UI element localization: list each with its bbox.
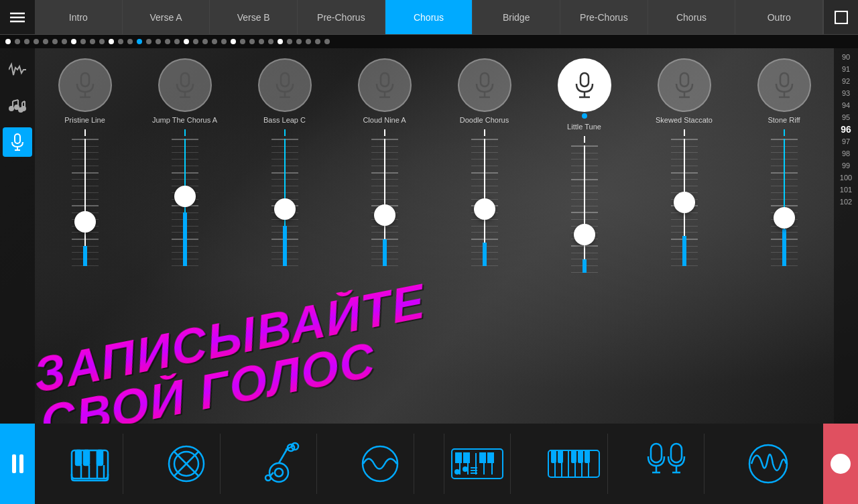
mic-button-4[interactable] [458, 58, 511, 112]
mic-sidebar-icon[interactable] [3, 127, 32, 157]
synth-wave-icon-button[interactable] [347, 434, 414, 494]
dot-6[interactable] [62, 39, 67, 44]
nav-tab-bridge-5[interactable]: Bridge [473, 0, 560, 34]
svg-rect-92 [671, 444, 682, 462]
fader-thumb-4[interactable] [474, 198, 495, 220]
nav-tab-outro-8[interactable]: Outro [735, 0, 823, 34]
svg-point-53 [269, 463, 288, 482]
fader-thumb-2[interactable] [274, 198, 296, 220]
menu-button[interactable] [0, 0, 35, 34]
dot-14[interactable] [137, 39, 142, 44]
dot-3[interactable] [34, 39, 39, 44]
dot-34[interactable] [324, 39, 330, 44]
waveform-icon-button[interactable] [735, 434, 802, 494]
fader-thumb-0[interactable] [74, 211, 96, 233]
mic-button-6[interactable] [658, 58, 711, 112]
dot-33[interactable] [315, 39, 320, 44]
dot-9[interactable] [90, 39, 95, 44]
waveform-sidebar-icon[interactable] [3, 55, 32, 84]
svg-rect-32 [580, 73, 589, 86]
fader-fill-4 [483, 243, 487, 266]
mic-button-0[interactable] [58, 58, 112, 112]
drum-icon-button[interactable] [154, 434, 221, 494]
dot-0[interactable] [5, 39, 11, 44]
nav-tab-verse-b-2[interactable]: Verse B [210, 0, 298, 34]
dot-8[interactable] [80, 39, 86, 44]
dot-24[interactable] [231, 39, 236, 44]
nav-tab-pre-chorus-6[interactable]: Pre-Chorus [560, 0, 648, 34]
dot-23[interactable] [221, 39, 227, 44]
dot-17[interactable] [165, 39, 170, 44]
dot-11[interactable] [109, 39, 114, 44]
svg-point-8 [15, 105, 19, 109]
fader-4[interactable] [434, 139, 534, 424]
mic-duo-icon-button[interactable] [637, 434, 704, 494]
fader-fill-6 [682, 236, 686, 266]
fader-thumb-1[interactable] [174, 186, 196, 207]
nav-tabs: IntroVerse AVerse BPre-ChorusChorusBridg… [35, 0, 823, 34]
pause-button[interactable] [0, 424, 35, 504]
dot-29[interactable] [278, 39, 283, 44]
dot-4[interactable] [43, 39, 48, 44]
fader-thumb-3[interactable] [374, 204, 395, 226]
nav-tab-chorus-4[interactable]: Chorus [385, 0, 473, 34]
dot-12[interactable] [118, 39, 123, 44]
dot-19[interactable] [184, 39, 189, 44]
dot-16[interactable] [156, 39, 161, 44]
channel-label-3: Cloud Nine A [363, 116, 406, 124]
dots-navigation [0, 35, 858, 48]
dot-10[interactable] [99, 39, 105, 44]
fader-7[interactable] [734, 139, 834, 424]
nav-tab-chorus-7[interactable]: Chorus [648, 0, 736, 34]
scale-98: 98 [834, 147, 858, 160]
channel-label-1: Jump The Chorus A [152, 116, 217, 124]
fader-fill-2 [283, 226, 287, 266]
guitar-icon-button[interactable] [250, 434, 317, 494]
fader-separator-4 [484, 129, 485, 136]
expand-button[interactable] [823, 0, 858, 34]
svg-rect-29 [481, 73, 489, 86]
dot-7[interactable] [71, 39, 76, 44]
svg-rect-86 [572, 450, 576, 462]
dot-27[interactable] [259, 39, 264, 44]
mic-button-5[interactable] [558, 58, 611, 112]
mic-button-2[interactable] [258, 58, 312, 112]
dot-26[interactable] [249, 39, 255, 44]
scale-93: 93 [834, 87, 858, 99]
fader-6[interactable] [634, 139, 734, 424]
fader-separator-7 [784, 129, 785, 136]
pause-icon [12, 454, 23, 473]
notes-sidebar-icon[interactable] [3, 91, 32, 121]
keyboard-synth-icon-button[interactable] [444, 434, 511, 494]
top-nav-bar: IntroVerse AVerse BPre-ChorusChorusBridg… [0, 0, 858, 35]
dot-2[interactable] [24, 39, 29, 44]
dot-22[interactable] [212, 39, 217, 44]
dot-21[interactable] [202, 39, 208, 44]
mic-button-1[interactable] [158, 58, 212, 112]
dot-20[interactable] [193, 39, 198, 44]
keyboard2-icon-button[interactable] [541, 434, 608, 494]
nav-tab-verse-a-1[interactable]: Verse A [123, 0, 210, 34]
piano-icon-button[interactable] [56, 434, 123, 494]
nav-tab-intro-0[interactable]: Intro [35, 0, 123, 34]
mic-button-7[interactable] [757, 58, 811, 112]
dot-18[interactable] [174, 39, 180, 44]
fader-separator-2 [284, 129, 286, 136]
mic-button-3[interactable] [358, 58, 412, 112]
dot-28[interactable] [268, 39, 273, 44]
dot-15[interactable] [146, 39, 151, 44]
record-button[interactable] [823, 424, 858, 504]
nav-tab-pre-chorus-3[interactable]: Pre-Chorus [298, 0, 385, 34]
fader-thumb-7[interactable] [774, 207, 795, 229]
svg-rect-88 [585, 450, 589, 462]
dot-25[interactable] [240, 39, 245, 44]
fader-thumb-5[interactable] [574, 224, 595, 245]
dot-1[interactable] [15, 39, 20, 44]
dot-32[interactable] [306, 39, 311, 44]
fader-thumb-6[interactable] [674, 192, 695, 213]
dot-30[interactable] [287, 39, 292, 44]
dot-13[interactable] [127, 39, 133, 44]
fader-5[interactable] [534, 145, 634, 424]
dot-31[interactable] [296, 39, 302, 44]
dot-5[interactable] [52, 39, 58, 44]
